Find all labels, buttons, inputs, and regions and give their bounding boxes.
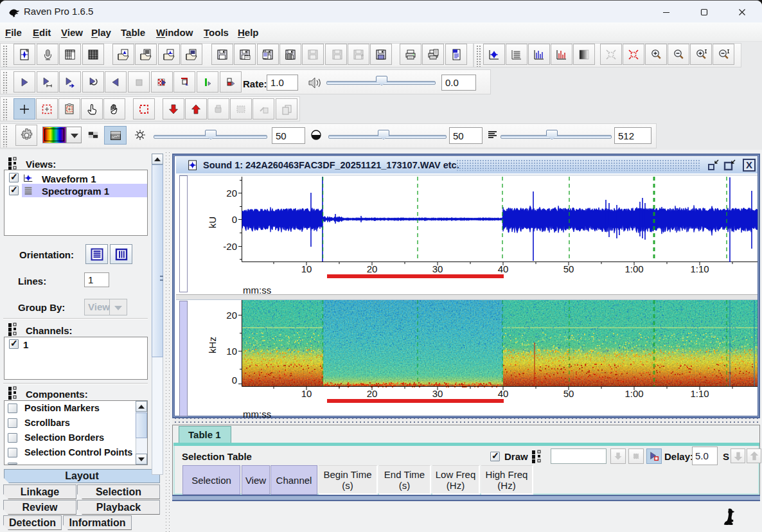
svg-text:mm:ss: mm:ss [243, 409, 271, 419]
svg-text:1:10: 1:10 [690, 388, 709, 399]
svg-text:10: 10 [301, 263, 312, 274]
svg-text:10: 10 [301, 388, 312, 399]
svg-text:20: 20 [226, 310, 237, 321]
svg-text:30: 30 [432, 263, 443, 274]
svg-text:50: 50 [563, 263, 574, 274]
svg-text:mm:ss: mm:ss [243, 285, 271, 296]
svg-text:10: 10 [226, 346, 237, 357]
svg-text:kHz: kHz [207, 337, 218, 353]
svg-text:1:10: 1:10 [690, 263, 709, 274]
svg-text:30: 30 [432, 388, 443, 399]
svg-text:0: 0 [232, 214, 237, 225]
svg-text:20: 20 [367, 263, 378, 274]
svg-text:20: 20 [367, 388, 378, 399]
svg-text:-20: -20 [223, 241, 237, 252]
svg-text:50: 50 [563, 388, 574, 399]
svg-text:1:00: 1:00 [625, 388, 643, 399]
svg-text:40: 40 [498, 388, 509, 399]
svg-text:0: 0 [232, 375, 237, 386]
svg-text:1:00: 1:00 [625, 263, 643, 274]
svg-text:kU: kU [207, 217, 218, 228]
svg-text:40: 40 [498, 263, 509, 274]
svg-text:20: 20 [226, 188, 237, 199]
